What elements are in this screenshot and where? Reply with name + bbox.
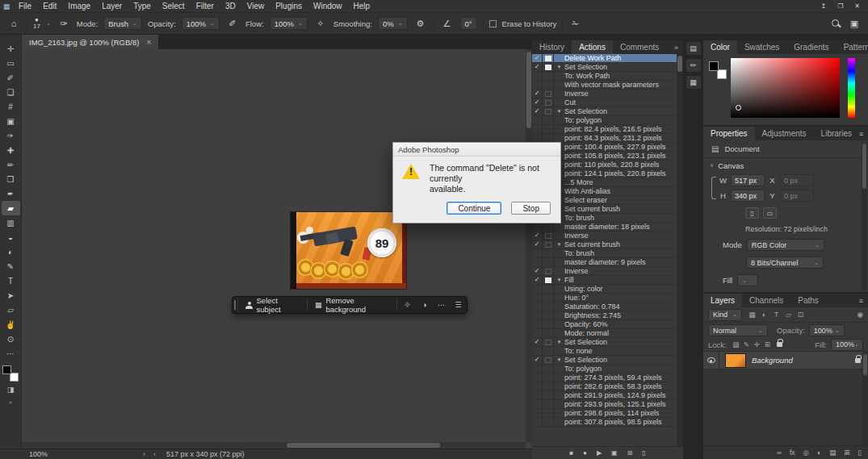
- action-dialog-toggle[interactable]: [543, 81, 554, 89]
- action-row[interactable]: Saturation: 0.784: [532, 303, 677, 311]
- action-check-toggle[interactable]: [532, 303, 543, 311]
- expand-triangle-icon[interactable]: ▼: [554, 277, 564, 282]
- layer-name[interactable]: Background: [752, 356, 793, 365]
- action-check-toggle[interactable]: [532, 72, 543, 80]
- eyedropper-tool[interactable]: ✑: [2, 128, 20, 143]
- collapsed-libraries-panel-icon[interactable]: ▦: [686, 76, 701, 89]
- healing-brush-tool[interactable]: ✚: [2, 143, 20, 157]
- pressure-opacity-icon[interactable]: ✐: [225, 16, 240, 31]
- crop-tool[interactable]: #: [2, 99, 20, 114]
- filter-shape-layers-icon[interactable]: ▱: [782, 311, 795, 319]
- quick-mask-button[interactable]: ◨: [2, 383, 20, 396]
- canvas-fill-dropdown[interactable]: ⌄: [737, 274, 758, 286]
- dialog-title-bar[interactable]: Adobe Photoshop: [393, 143, 560, 156]
- action-row[interactable]: With vector mask parameters: [532, 81, 677, 90]
- action-dialog-toggle[interactable]: [543, 373, 554, 382]
- layer-fill-dropdown[interactable]: 100%⌄: [831, 339, 863, 351]
- delete-action-icon[interactable]: ▯: [642, 449, 645, 457]
- action-row[interactable]: ✓▼Set Selection: [532, 63, 677, 72]
- action-check-toggle[interactable]: ✓: [532, 63, 543, 71]
- tab-paths[interactable]: Paths: [790, 294, 826, 307]
- action-row[interactable]: point: 82.4 pixels, 216.5 pixels: [532, 125, 677, 134]
- home-button[interactable]: ⌂: [6, 16, 21, 31]
- menu-item-file[interactable]: File: [13, 2, 37, 10]
- canvas-vertical-scrollbar[interactable]: [526, 49, 532, 442]
- color-mode-dropdown[interactable]: RGB Color⌄: [747, 239, 824, 251]
- airbrush-icon[interactable]: ✧: [313, 16, 328, 31]
- action-check-toggle[interactable]: [532, 125, 543, 133]
- type-tool[interactable]: T: [2, 273, 20, 288]
- action-row[interactable]: point: 274.3 pixels, 59.4 pixels: [532, 373, 677, 382]
- action-row[interactable]: master diameter: 9 pixels: [532, 258, 677, 267]
- menu-item-edit[interactable]: Edit: [37, 2, 62, 10]
- erase-to-history-checkbox[interactable]: [489, 20, 497, 27]
- action-check-toggle[interactable]: ✓: [532, 338, 543, 346]
- brush-tool[interactable]: ✏: [2, 157, 20, 172]
- delete-layer-icon[interactable]: ▯: [858, 449, 862, 457]
- tab-adjustments[interactable]: Adjustments: [755, 127, 814, 140]
- layers-scrollbar[interactable]: [862, 352, 868, 445]
- panel-menu-icon[interactable]: ≡: [859, 294, 868, 307]
- action-dialog-toggle[interactable]: [543, 320, 554, 328]
- tab-color[interactable]: Color: [703, 40, 737, 54]
- tab-libraries[interactable]: Libraries: [814, 127, 859, 140]
- lock-pixels-icon[interactable]: ✎: [741, 340, 752, 348]
- action-dialog-toggle[interactable]: [543, 90, 554, 98]
- tab-properties[interactable]: Properties: [703, 127, 755, 140]
- tab-swatches[interactable]: Swatches: [737, 40, 786, 54]
- menu-item-window[interactable]: Window: [308, 2, 348, 10]
- action-check-toggle[interactable]: [532, 329, 543, 337]
- feather-mask-icon[interactable]: ◑: [416, 301, 433, 309]
- action-check-toggle[interactable]: [532, 418, 543, 426]
- menu-item-help[interactable]: Help: [348, 2, 376, 10]
- action-row[interactable]: To: polygon: [532, 116, 677, 125]
- layer-group-icon[interactable]: ▤: [829, 449, 836, 457]
- layer-effects-icon[interactable]: fx: [790, 449, 795, 457]
- play-selection-icon[interactable]: ▶: [597, 449, 602, 457]
- action-dialog-toggle[interactable]: [543, 338, 554, 346]
- actions-scrollbar[interactable]: [677, 54, 683, 446]
- eraser-history-brush-icon[interactable]: ✁: [568, 16, 583, 31]
- collapsed-history-panel-icon[interactable]: ▤: [686, 42, 701, 55]
- frame-tool[interactable]: ▣: [2, 114, 20, 128]
- close-button[interactable]: ✕: [854, 2, 860, 10]
- bar-properties-icon[interactable]: ☰: [450, 301, 467, 309]
- action-row[interactable]: point: 291.9 pixels, 124.9 pixels: [532, 391, 677, 400]
- action-row[interactable]: To: none: [532, 347, 677, 356]
- action-row[interactable]: ✓Delete Work Path: [532, 54, 677, 63]
- new-layer-icon[interactable]: ⊞: [844, 449, 849, 457]
- action-dialog-toggle[interactable]: [543, 391, 554, 399]
- brush-angle-field[interactable]: 0°: [460, 17, 477, 30]
- action-row[interactable]: Brightness: 2.745: [532, 311, 677, 320]
- action-row[interactable]: ✓▼Set Selection: [532, 338, 677, 347]
- nav-right-icon[interactable]: ›: [143, 450, 145, 458]
- scrollbar-thumb[interactable]: [677, 56, 682, 72]
- action-check-toggle[interactable]: [532, 373, 543, 382]
- canvas-horizontal-scrollbar[interactable]: [22, 442, 526, 449]
- action-row[interactable]: To: Work Path: [532, 72, 677, 81]
- more-options-icon[interactable]: ⋯: [433, 301, 450, 309]
- action-check-toggle[interactable]: [532, 285, 543, 293]
- action-row[interactable]: point: 282.6 pixels, 58.3 pixels: [532, 382, 677, 391]
- blend-mode-dropdown[interactable]: Normal⌄: [708, 324, 768, 336]
- layer-thumbnail[interactable]: [725, 353, 746, 368]
- action-dialog-toggle[interactable]: [543, 107, 554, 115]
- hand-tool[interactable]: ✌: [2, 317, 20, 332]
- menu-item-image[interactable]: Image: [62, 2, 96, 10]
- bit-depth-dropdown[interactable]: 8 Bits/Channel⌄: [746, 257, 824, 269]
- action-dialog-toggle[interactable]: [543, 232, 554, 240]
- action-row[interactable]: point: 293.9 pixels, 125.1 pixels: [532, 400, 677, 409]
- mode-dropdown[interactable]: Brush⌄: [103, 17, 142, 30]
- action-dialog-toggle[interactable]: [543, 267, 554, 275]
- document-tab[interactable]: IMG_2163.jpg @ 100% (RGB/8) ×: [22, 35, 158, 49]
- action-check-toggle[interactable]: [532, 400, 543, 408]
- filter-toggle-icon[interactable]: ◉: [857, 311, 863, 319]
- lock-all-icon[interactable]: [777, 342, 782, 347]
- action-dialog-toggle[interactable]: [543, 258, 554, 266]
- action-row[interactable]: point: 307.8 pixels, 98.5 pixels: [532, 418, 677, 427]
- smoothing-gear-icon[interactable]: ⚙: [413, 16, 428, 31]
- lock-position-icon[interactable]: ✛: [752, 340, 762, 348]
- search-icon[interactable]: [831, 19, 841, 29]
- menu-item-3d[interactable]: 3D: [220, 2, 241, 10]
- hue-slider[interactable]: [848, 58, 855, 118]
